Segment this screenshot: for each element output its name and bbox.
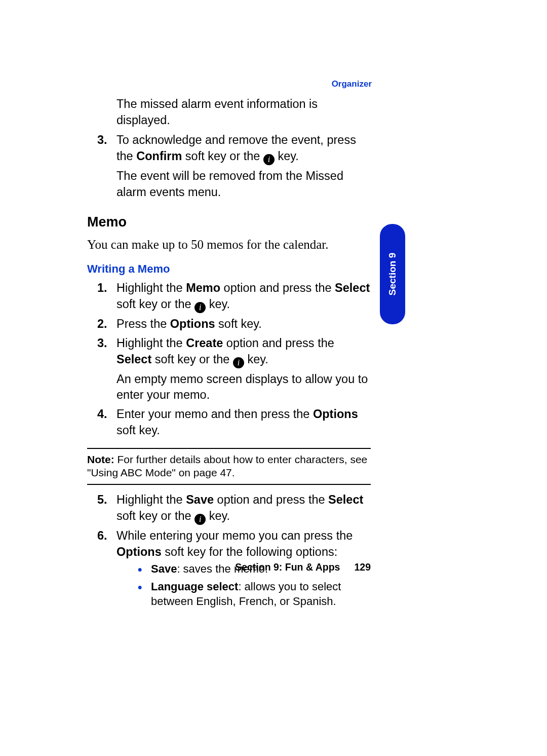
text-fragment: soft key or the bbox=[116, 509, 194, 522]
ack-step-list: 3. To acknowledge and remove the event, … bbox=[87, 132, 371, 200]
writing-memo-steps: 1. Highlight the Memo option and press t… bbox=[87, 280, 371, 438]
manual-page: Organizer Section 9 The missed alarm eve… bbox=[0, 0, 547, 756]
note-label: Note: bbox=[87, 453, 114, 465]
text-fragment: soft key or the bbox=[116, 297, 194, 311]
bold-term: Save bbox=[186, 493, 214, 506]
step-number: 3. bbox=[97, 335, 107, 352]
ok-key-icon: i bbox=[194, 302, 206, 313]
bold-term: Select bbox=[328, 493, 363, 506]
bold-term: Memo bbox=[186, 281, 220, 294]
text-fragment: Highlight the bbox=[116, 281, 186, 294]
note-text: For further details about how to enter c… bbox=[87, 453, 367, 479]
note-block: Note: For further details about how to e… bbox=[87, 453, 371, 480]
text-fragment: soft key or the bbox=[182, 149, 263, 163]
text-fragment: key. bbox=[244, 353, 268, 366]
ok-key-icon: i bbox=[263, 154, 275, 165]
ack-step-3: 3. To acknowledge and remove the event, … bbox=[87, 132, 371, 200]
bullet-language-select: Language select: allows you to select be… bbox=[116, 580, 371, 609]
step-4: 4. Enter your memo and then press the Op… bbox=[87, 406, 371, 438]
section-tab: Section 9 bbox=[381, 225, 404, 323]
memo-intro-text: You can make up to 50 memos for the cale… bbox=[87, 236, 371, 253]
step-3: 3. Highlight the Create option and press… bbox=[87, 335, 371, 403]
section-tab-label: Section 9 bbox=[387, 253, 398, 295]
bullet-term: Language select bbox=[151, 580, 238, 593]
text-fragment: soft key or the bbox=[151, 353, 233, 366]
text-fragment: soft key. bbox=[215, 317, 262, 330]
writing-memo-steps-cont: 5. Highlight the Save option and press t… bbox=[87, 492, 371, 609]
text-fragment: key. bbox=[206, 297, 230, 311]
text-fragment: Press the bbox=[116, 317, 170, 330]
text-fragment: Highlight the bbox=[116, 493, 186, 506]
confirm-label: Confirm bbox=[136, 149, 182, 163]
note-divider-bottom bbox=[87, 484, 371, 485]
ok-key-icon: i bbox=[194, 514, 206, 525]
bold-term: Create bbox=[186, 336, 223, 350]
text-fragment: Highlight the bbox=[116, 336, 186, 350]
step-1: 1. Highlight the Memo option and press t… bbox=[87, 280, 371, 313]
text-fragment: Enter your memo and then press the bbox=[116, 407, 313, 421]
step-number: 5. bbox=[97, 492, 107, 508]
step-number: 4. bbox=[97, 406, 107, 423]
step-5: 5. Highlight the Save option and press t… bbox=[87, 492, 371, 525]
bold-term: Options bbox=[116, 545, 162, 558]
step-number: 6. bbox=[97, 528, 107, 544]
step-number: 3. bbox=[97, 132, 107, 148]
bold-term: Select bbox=[116, 353, 151, 366]
text-fragment: soft key for the following options: bbox=[162, 545, 337, 558]
step-2: 2. Press the Options soft key. bbox=[87, 316, 371, 332]
text-fragment: option and press the bbox=[214, 493, 328, 506]
bold-term: Select bbox=[335, 281, 370, 294]
text-fragment: While entering your memo you can press t… bbox=[116, 529, 353, 542]
bold-term: Options bbox=[313, 407, 358, 421]
missed-alarm-info-text: The missed alarm event information is di… bbox=[116, 96, 371, 128]
bold-term: Options bbox=[170, 317, 215, 330]
text-fragment: key. bbox=[206, 509, 230, 522]
memo-heading: Memo bbox=[87, 213, 371, 231]
content-column: The missed alarm event information is di… bbox=[87, 96, 371, 612]
step-number: 2. bbox=[97, 316, 107, 332]
footer-section: Section 9: Fun & Apps bbox=[235, 561, 340, 573]
ok-key-icon: i bbox=[233, 357, 244, 368]
step-number: 1. bbox=[97, 280, 107, 296]
text-fragment: soft key. bbox=[116, 424, 160, 437]
step-3-continuation: An empty memo screen displays to allow y… bbox=[116, 371, 371, 403]
text-fragment: option and press the bbox=[223, 336, 334, 350]
text-fragment: option and press the bbox=[220, 281, 335, 294]
text-fragment: key. bbox=[275, 149, 299, 163]
writing-memo-subheading: Writing a Memo bbox=[87, 261, 371, 277]
note-divider-top bbox=[87, 448, 371, 449]
header-section-label: Organizer bbox=[332, 79, 372, 89]
ack-step-continuation: The event will be removed from the Misse… bbox=[116, 168, 371, 200]
page-footer: Section 9: Fun & Apps129 bbox=[87, 561, 371, 573]
footer-page-number: 129 bbox=[354, 561, 371, 573]
